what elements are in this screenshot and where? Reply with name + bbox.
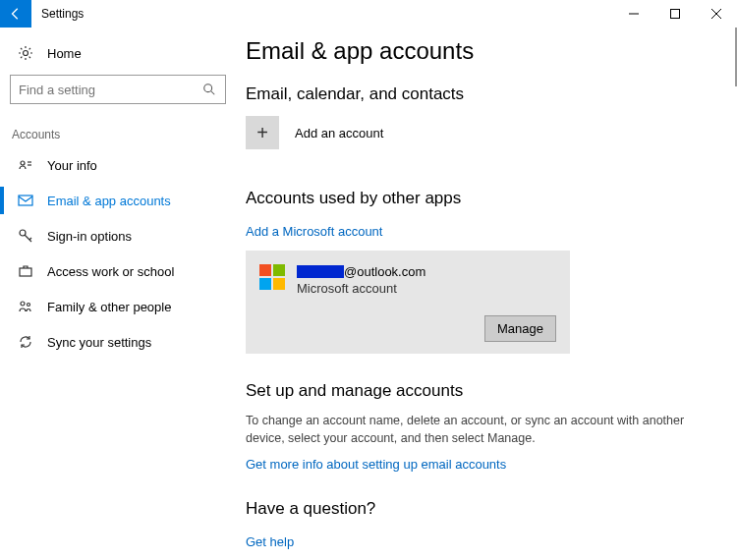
svg-rect-12 (20, 268, 31, 276)
svg-point-13 (21, 302, 25, 306)
setup-description: To change an account name, delete an acc… (246, 413, 717, 447)
person-card-icon (18, 157, 33, 173)
redacted-email-prefix (297, 265, 344, 278)
account-email: @outlook.com (297, 264, 425, 279)
more-info-link[interactable]: Get more info about setting up email acc… (246, 457, 506, 472)
section-question: Have a question? (246, 499, 717, 519)
sidebar-item-sync-settings[interactable]: Sync your settings (10, 324, 226, 360)
sidebar: Home Accounts Your info Email & app acco… (0, 28, 236, 560)
svg-point-7 (21, 161, 25, 165)
nav-label: Family & other people (47, 300, 171, 314)
microsoft-logo-icon (259, 264, 285, 290)
search-box[interactable] (10, 75, 226, 104)
search-input[interactable] (19, 83, 201, 97)
sync-icon (18, 334, 33, 350)
account-type: Microsoft account (297, 281, 425, 296)
page-title: Email & app accounts (246, 37, 717, 65)
add-microsoft-account-link[interactable]: Add a Microsoft account (246, 224, 382, 239)
nav-label: Access work or school (47, 264, 174, 279)
minimize-button[interactable] (613, 0, 654, 28)
svg-rect-10 (19, 196, 32, 205)
nav-label: Email & app accounts (47, 194, 171, 208)
back-button[interactable] (0, 0, 31, 28)
briefcase-icon (18, 263, 33, 279)
svg-point-14 (28, 304, 30, 307)
plus-icon: + (246, 116, 279, 149)
manage-button[interactable]: Manage (484, 315, 556, 342)
svg-point-4 (24, 51, 28, 56)
people-icon (18, 299, 33, 314)
add-account-label: Add an account (295, 126, 383, 140)
window-title: Settings (41, 7, 84, 21)
nav-label: Sync your settings (47, 335, 151, 350)
section-setup-manage: Set up and manage accounts (246, 381, 717, 401)
home-label: Home (47, 46, 82, 61)
section-email-contacts: Email, calendar, and contacts (246, 84, 717, 104)
svg-point-5 (204, 84, 212, 92)
nav-group-header: Accounts (10, 128, 226, 141)
close-button[interactable] (696, 0, 737, 28)
search-icon (201, 82, 217, 97)
account-card[interactable]: @outlook.com Microsoft account Manage (246, 251, 570, 354)
nav-label: Your info (47, 158, 97, 173)
nav-label: Sign-in options (47, 229, 132, 244)
sidebar-item-access-work-school[interactable]: Access work or school (10, 253, 226, 289)
maximize-button[interactable] (654, 0, 696, 28)
window-controls (613, 0, 737, 28)
arrow-left-icon (9, 7, 23, 21)
mail-icon (18, 193, 33, 208)
sidebar-item-your-info[interactable]: Your info (10, 147, 226, 183)
sidebar-item-family-other-people[interactable]: Family & other people (10, 289, 226, 324)
get-help-link[interactable]: Get help (246, 534, 294, 549)
gear-icon (18, 45, 33, 61)
content-area: Email & app accounts Email, calendar, an… (236, 28, 737, 560)
home-button[interactable]: Home (10, 35, 226, 71)
sidebar-item-signin-options[interactable]: Sign-in options (10, 218, 226, 253)
sidebar-item-email-app-accounts[interactable]: Email & app accounts (10, 183, 226, 218)
svg-rect-1 (671, 10, 680, 19)
svg-line-6 (211, 91, 215, 95)
add-account-button[interactable]: + Add an account (246, 116, 717, 149)
title-bar: Settings (0, 0, 737, 28)
section-other-apps: Accounts used by other apps (246, 189, 717, 208)
key-icon (18, 228, 33, 244)
